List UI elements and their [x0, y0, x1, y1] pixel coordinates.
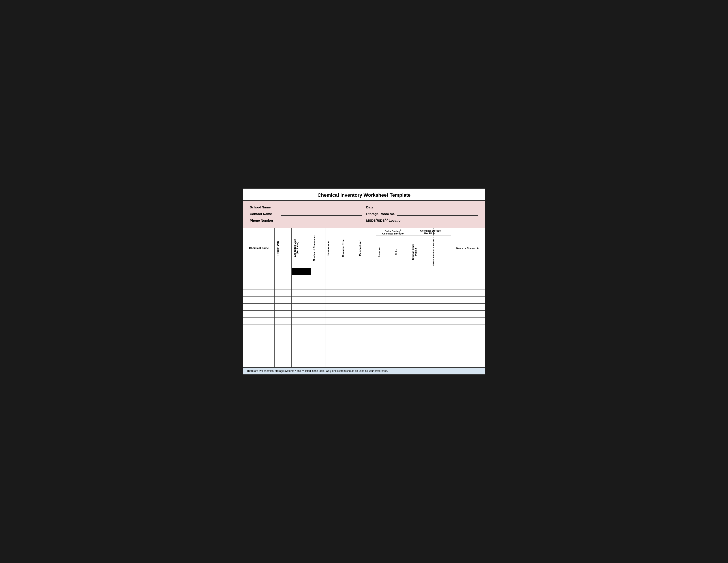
table-cell[interactable] [340, 339, 357, 346]
table-cell[interactable] [325, 346, 340, 353]
table-cell[interactable] [376, 275, 393, 283]
table-cell[interactable] [429, 325, 451, 332]
table-cell[interactable] [357, 311, 376, 318]
table-cell[interactable] [340, 360, 357, 367]
table-cell[interactable] [325, 325, 340, 332]
table-cell[interactable] [275, 332, 292, 339]
table-cell[interactable] [340, 353, 357, 360]
table-cell[interactable] [243, 311, 275, 318]
table-cell[interactable] [311, 275, 325, 283]
table-cell[interactable] [291, 346, 311, 353]
table-cell[interactable] [325, 297, 340, 304]
table-cell[interactable] [243, 283, 275, 290]
school-name-input[interactable] [281, 205, 362, 209]
table-cell[interactable] [410, 275, 429, 283]
table-cell[interactable] [291, 290, 311, 297]
table-cell[interactable] [243, 339, 275, 346]
table-cell[interactable] [376, 332, 393, 339]
table-cell[interactable] [340, 290, 357, 297]
table-cell[interactable] [275, 318, 292, 325]
table-cell[interactable] [393, 290, 410, 297]
table-cell[interactable] [243, 332, 275, 339]
table-cell[interactable] [291, 268, 311, 275]
table-cell[interactable] [340, 332, 357, 339]
table-cell[interactable] [243, 290, 275, 297]
table-cell[interactable] [311, 318, 325, 325]
table-cell[interactable] [410, 297, 429, 304]
table-cell[interactable] [451, 290, 485, 297]
table-cell[interactable] [325, 275, 340, 283]
table-cell[interactable] [325, 304, 340, 311]
table-cell[interactable] [451, 346, 485, 353]
table-cell[interactable] [393, 325, 410, 332]
table-cell[interactable] [410, 268, 429, 275]
table-cell[interactable] [311, 353, 325, 360]
table-cell[interactable] [275, 346, 292, 353]
table-cell[interactable] [357, 318, 376, 325]
table-cell[interactable] [275, 339, 292, 346]
table-cell[interactable] [311, 297, 325, 304]
date-input[interactable] [397, 205, 478, 209]
table-cell[interactable] [357, 304, 376, 311]
table-cell[interactable] [410, 332, 429, 339]
table-cell[interactable] [243, 297, 275, 304]
table-cell[interactable] [393, 275, 410, 283]
table-cell[interactable] [451, 283, 485, 290]
table-cell[interactable] [451, 275, 485, 283]
table-cell[interactable] [376, 268, 393, 275]
table-cell[interactable] [451, 360, 485, 367]
table-cell[interactable] [291, 360, 311, 367]
table-cell[interactable] [340, 346, 357, 353]
table-cell[interactable] [429, 346, 451, 353]
table-cell[interactable] [393, 353, 410, 360]
table-cell[interactable] [340, 304, 357, 311]
table-cell[interactable] [311, 283, 325, 290]
table-cell[interactable] [410, 290, 429, 297]
table-cell[interactable] [340, 275, 357, 283]
table-cell[interactable] [243, 325, 275, 332]
table-cell[interactable] [325, 332, 340, 339]
table-cell[interactable] [451, 353, 485, 360]
table-cell[interactable] [357, 353, 376, 360]
table-cell[interactable] [291, 339, 311, 346]
table-cell[interactable] [275, 311, 292, 318]
table-cell[interactable] [275, 297, 292, 304]
table-cell[interactable] [311, 346, 325, 353]
table-cell[interactable] [451, 304, 485, 311]
table-cell[interactable] [429, 339, 451, 346]
table-cell[interactable] [275, 290, 292, 297]
table-cell[interactable] [243, 318, 275, 325]
table-cell[interactable] [275, 325, 292, 332]
table-cell[interactable] [243, 268, 275, 275]
table-cell[interactable] [393, 339, 410, 346]
table-cell[interactable] [393, 304, 410, 311]
table-cell[interactable] [410, 311, 429, 318]
table-cell[interactable] [243, 275, 275, 283]
table-cell[interactable] [357, 325, 376, 332]
table-cell[interactable] [393, 346, 410, 353]
table-cell[interactable] [451, 268, 485, 275]
table-cell[interactable] [410, 283, 429, 290]
table-cell[interactable] [376, 339, 393, 346]
table-cell[interactable] [410, 304, 429, 311]
table-cell[interactable] [410, 353, 429, 360]
table-cell[interactable] [451, 332, 485, 339]
table-cell[interactable] [291, 304, 311, 311]
table-cell[interactable] [393, 311, 410, 318]
table-cell[interactable] [429, 283, 451, 290]
table-cell[interactable] [376, 297, 393, 304]
table-cell[interactable] [325, 339, 340, 346]
table-cell[interactable] [376, 346, 393, 353]
table-cell[interactable] [429, 297, 451, 304]
table-cell[interactable] [325, 353, 340, 360]
table-cell[interactable] [376, 318, 393, 325]
table-cell[interactable] [243, 360, 275, 367]
table-cell[interactable] [429, 360, 451, 367]
table-cell[interactable] [340, 311, 357, 318]
table-cell[interactable] [357, 283, 376, 290]
table-cell[interactable] [376, 304, 393, 311]
table-cell[interactable] [275, 283, 292, 290]
table-cell[interactable] [325, 283, 340, 290]
table-cell[interactable] [325, 311, 340, 318]
table-cell[interactable] [393, 283, 410, 290]
